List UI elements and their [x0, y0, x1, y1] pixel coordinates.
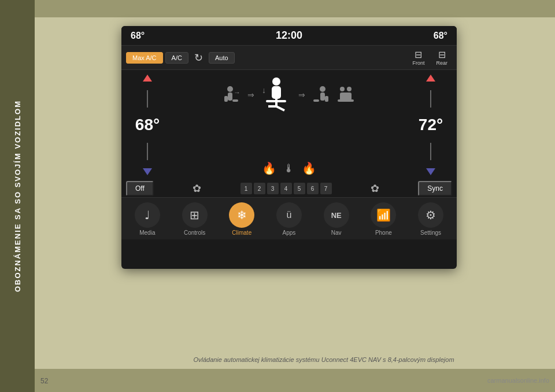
caption-text: Ovládanie automatickej klimatizácie syst… [127, 356, 520, 363]
fan-speed-1[interactable]: 1 [240, 183, 252, 194]
nav-label-nav: Nav [331, 230, 342, 236]
rear-label: Rear [436, 60, 447, 66]
auto-button[interactable]: Auto [209, 52, 235, 64]
left-temp-down-button[interactable] [143, 168, 152, 175]
fan-speed-5[interactable]: 5 [294, 183, 305, 194]
svg-line-10 [276, 106, 284, 110]
left-temp-up-button[interactable] [143, 75, 152, 82]
sidebar: OBOZNÁMENIE SA SO SVOJÍM VOZIDLOM [0, 0, 35, 392]
svg-rect-3 [232, 99, 238, 102]
left-seat-icon[interactable]: → [222, 84, 243, 105]
seat-heat-left-button[interactable]: 🔥 [262, 161, 276, 175]
right-temp-down-button[interactable] [426, 168, 435, 175]
svg-rect-15 [313, 99, 319, 102]
status-bar: 68° 12:00 68° [121, 26, 457, 45]
climate-label: Climate [232, 230, 251, 236]
fan-icon-right[interactable]: ✿ [371, 182, 379, 195]
svg-rect-2 [224, 96, 228, 102]
svg-rect-19 [338, 99, 354, 102]
temp-left-display: 68° [131, 31, 145, 41]
seat-icons-row: → ⇒ ↓ ⇒ [178, 75, 400, 115]
bottom-nav: ♩ Media ⊞ Controls ❄ Climate ü Apps NE N… [121, 197, 457, 239]
recirculate-button[interactable]: ↻ [191, 50, 206, 65]
off-button[interactable]: Off [126, 181, 154, 196]
fan-icon-left[interactable]: ✿ [193, 182, 201, 195]
top-bar [35, 0, 555, 17]
ac-button[interactable]: A/C [165, 52, 188, 64]
rear-defrost-button[interactable]: ⊟ Rear [431, 48, 452, 67]
svg-rect-18 [340, 93, 352, 101]
nav-controls[interactable]: ⊞ Controls [179, 201, 211, 237]
apps-label: Apps [283, 230, 296, 236]
nav-apps[interactable]: ü Apps [273, 201, 305, 237]
front-label: Front [412, 60, 424, 66]
controls-icon: ⊞ [182, 202, 208, 228]
settings-label: Settings [420, 230, 441, 236]
fan-speed-6[interactable]: 6 [307, 183, 319, 194]
controls-label: Controls [184, 230, 205, 236]
nav-nav[interactable]: NE Nav [320, 201, 353, 237]
right-temp-control: 72° [405, 72, 457, 177]
right-temp-value: 72° [419, 116, 443, 134]
rear-seat-icon[interactable] [335, 84, 356, 105]
fan-speed-row: Off ✿ 1 2 3 4 5 6 7 ✿ Sync [121, 180, 457, 197]
climate-top-bar: Max A/C A/C ↻ Auto ⊟ Front ⊟ Rear [121, 45, 457, 70]
bottom-bar: carmanualsonline.info [35, 369, 555, 392]
apps-icon: ü [276, 202, 302, 228]
seat-heat-center-button[interactable]: 🌡 [283, 162, 295, 175]
driver-seat-icon: ↓ [259, 75, 294, 115]
sync-button[interactable]: Sync [418, 181, 452, 196]
svg-rect-14 [325, 96, 328, 102]
svg-rect-1 [228, 93, 232, 101]
left-temp-control: 68° [121, 72, 173, 177]
right-temp-up-button[interactable] [426, 75, 435, 82]
svg-point-16 [340, 87, 345, 91]
clock-display: 12:00 [276, 29, 302, 42]
svg-point-17 [347, 87, 352, 91]
phone-icon: 📶 [371, 202, 396, 228]
page-number: 52 [40, 377, 48, 385]
sidebar-text: OBOZNÁMENIE SA SO SVOJÍM VOZIDLOM [13, 100, 22, 292]
media-icon: ♩ [135, 202, 160, 228]
settings-icon: ⚙ [418, 202, 443, 228]
media-label: Media [139, 230, 155, 236]
max-ac-button[interactable]: Max A/C [126, 52, 163, 64]
left-temp-line-top [147, 90, 148, 108]
fan-speed-7[interactable]: 7 [320, 183, 332, 194]
svg-text:↓: ↓ [262, 86, 266, 95]
fan-speed-4[interactable]: 4 [280, 183, 292, 194]
climate-center-area: → ⇒ ↓ ⇒ [173, 72, 405, 177]
right-seat-icon[interactable] [310, 84, 331, 105]
climate-icon: ❄ [229, 202, 254, 228]
svg-point-0 [227, 86, 233, 92]
fan-speed-buttons: 1 2 3 4 5 6 7 [240, 183, 332, 194]
climate-main-area: 68° → [121, 70, 457, 180]
seat-heat-row: 🔥 🌡 🔥 [262, 161, 316, 175]
left-temp-value: 68° [135, 116, 160, 134]
nav-media[interactable]: ♩ Media [131, 201, 164, 237]
right-temp-line-top [430, 90, 431, 108]
fan-speed-3[interactable]: 3 [267, 183, 279, 194]
nav-phone[interactable]: 📶 Phone [367, 201, 399, 237]
nav-icon-nav: NE [324, 202, 349, 228]
fan-speed-2[interactable]: 2 [254, 183, 265, 194]
left-temp-line-bottom [147, 143, 148, 160]
phone-label: Phone [375, 230, 392, 236]
front-defrost-button[interactable]: ⊟ Front [408, 48, 429, 67]
airflow-left-icon: ⇒ [247, 90, 254, 99]
climate-screen: 68° 12:00 68° Max A/C A/C ↻ Auto ⊟ Front… [121, 26, 457, 269]
svg-point-5 [272, 77, 280, 86]
temp-right-display: 68° [434, 31, 447, 41]
logo-text: carmanualsonline.info [487, 377, 549, 384]
nav-settings[interactable]: ⚙ Settings [415, 201, 447, 237]
svg-text:→: → [234, 88, 240, 97]
svg-rect-13 [320, 93, 325, 101]
right-temp-line-bottom [430, 143, 431, 160]
svg-point-12 [320, 86, 325, 92]
nav-climate[interactable]: ❄ Climate [225, 201, 258, 237]
seat-heat-right-button[interactable]: 🔥 [302, 161, 316, 175]
airflow-right-icon: ⇒ [298, 90, 305, 99]
